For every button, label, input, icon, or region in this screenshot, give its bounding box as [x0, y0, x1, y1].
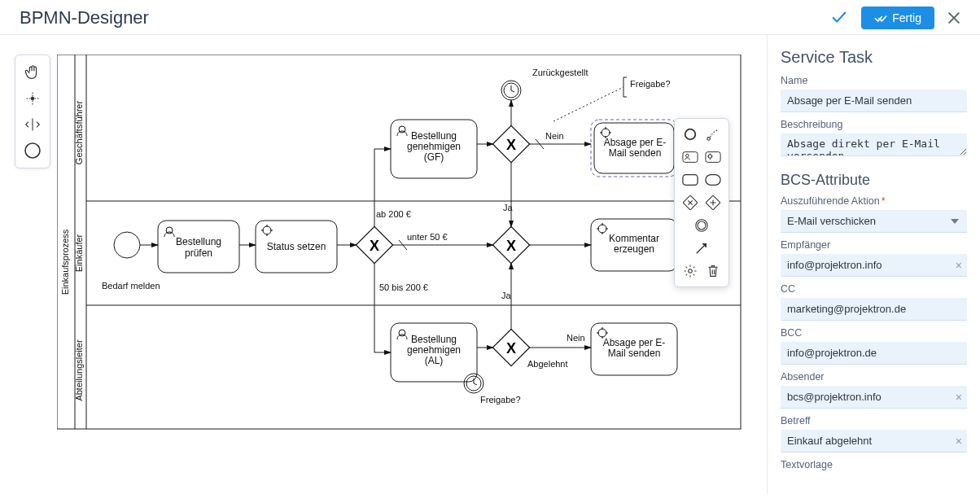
svg-text:Kommentarerzeugen: Kommentarerzeugen — [609, 233, 659, 255]
timer-boundary-gf[interactable] — [501, 81, 521, 100]
diagram-canvas[interactable]: Einkaufsprozess Geschäftsführer Einkäufe… — [0, 35, 767, 494]
pad-user-task-icon[interactable] — [681, 148, 699, 166]
svg-line-41 — [553, 87, 623, 121]
lane-label: Einkäufer — [74, 234, 84, 272]
svg-text:ab 200 €: ab 200 € — [376, 209, 411, 219]
svg-text:Zurückgestellt: Zurückgestellt — [532, 68, 588, 77]
svg-rect-7 — [706, 152, 720, 163]
pad-arrow-icon[interactable] — [681, 239, 722, 257]
action-select[interactable] — [781, 210, 967, 233]
svg-text:X: X — [370, 238, 379, 254]
task-absage-gf-selected[interactable]: Absage per E-Mail senden — [591, 120, 677, 177]
pad-task-square-icon[interactable] — [704, 171, 722, 189]
validate-icon[interactable] — [830, 8, 848, 28]
svg-text:Ja: Ja — [501, 291, 512, 300]
context-pad — [674, 118, 729, 287]
desc-label: Beschreibung — [781, 119, 967, 130]
cc-input[interactable] — [781, 298, 967, 321]
svg-point-14 — [698, 221, 706, 230]
svg-text:Ja: Ja — [503, 203, 514, 212]
svg-text:Nein: Nein — [567, 333, 585, 343]
clear-subject-icon[interactable]: × — [956, 435, 962, 448]
lane-label: Geschäftsführer — [74, 101, 84, 165]
bpmn-diagram[interactable]: Einkaufsprozess Geschäftsführer Einkäufe… — [57, 55, 749, 452]
pad-gateway-plus-icon[interactable] — [704, 194, 722, 212]
subject-input[interactable] — [781, 430, 967, 453]
svg-point-2 — [25, 143, 40, 158]
svg-text:X: X — [506, 238, 516, 254]
pad-gateway-x-icon[interactable] — [681, 194, 699, 212]
gateway-merge[interactable]: X — [492, 226, 529, 263]
svg-point-0 — [31, 97, 33, 99]
svg-rect-10 — [706, 175, 720, 186]
gateway-amount-split[interactable]: X — [356, 226, 392, 263]
page-title: BPMN-Designer — [20, 7, 149, 28]
attributes-title: BCS-Attribute — [781, 172, 967, 189]
gateway-gf-decision[interactable]: X — [492, 125, 529, 162]
hand-tool-icon[interactable] — [20, 60, 45, 85]
svg-point-6 — [686, 154, 689, 157]
svg-rect-9 — [683, 175, 698, 186]
gateway-al-decision[interactable]: X — [492, 329, 529, 365]
svg-text:Absage per E-Mail senden: Absage per E-Mail senden — [604, 137, 667, 159]
task-absage-al[interactable]: Absage per E-Mail senden — [591, 323, 677, 375]
cc-label: CC — [781, 283, 967, 295]
annotation-freigabe-gf[interactable]: Freigabe? — [553, 77, 671, 121]
pad-task-rounded-icon[interactable] — [681, 171, 699, 189]
pad-service-task-icon[interactable] — [704, 148, 722, 166]
task-kommentar[interactable]: Kommentarerzeugen — [591, 219, 677, 271]
pad-intermediate-event-icon[interactable] — [681, 217, 722, 234]
task-genehmigen-al[interactable]: Bestellunggenehmigen(AL) — [391, 323, 477, 382]
done-button[interactable]: Fertig — [861, 7, 934, 29]
svg-text:X: X — [506, 137, 516, 153]
subject-label: Betreff — [781, 415, 967, 426]
tool-palette — [15, 55, 50, 168]
pad-wrench-icon[interactable] — [681, 262, 699, 280]
bcc-label: BCC — [781, 327, 967, 339]
app-header: BPMN-Designer Fertig — [0, 0, 980, 35]
sender-input[interactable] — [781, 386, 967, 409]
sender-label: Absender — [781, 371, 967, 383]
svg-rect-5 — [683, 152, 698, 163]
template-label: Textvorlage — [781, 459, 967, 470]
recipient-label: Empfänger — [781, 239, 967, 251]
svg-point-3 — [685, 129, 696, 140]
pad-end-event-icon[interactable] — [681, 125, 699, 143]
task-genehmigen-gf[interactable]: Bestellunggenehmigen(GF) — [391, 120, 477, 178]
task-status-setzen[interactable]: Status setzen — [256, 221, 337, 273]
close-icon[interactable] — [947, 11, 960, 24]
name-input[interactable] — [781, 90, 967, 112]
desc-input[interactable] — [781, 133, 967, 156]
start-event-tool-icon[interactable] — [20, 138, 45, 163]
svg-text:50 bis 200 €: 50 bis 200 € — [379, 282, 428, 292]
clear-recipient-icon[interactable]: × — [956, 259, 962, 272]
name-label: Name — [781, 75, 967, 86]
svg-text:X: X — [506, 340, 516, 356]
clear-sender-icon[interactable]: × — [956, 391, 962, 404]
lane-label: Abteilungsleiter — [74, 339, 84, 401]
pool-label: Einkaufsprozess — [60, 229, 70, 295]
recipient-input[interactable] — [781, 254, 967, 277]
task-bestellung-pruefen[interactable]: Bestellungprüfen — [158, 221, 239, 273]
panel-title: Service Task — [781, 48, 967, 67]
svg-point-4 — [707, 138, 711, 141]
svg-text:Nein: Nein — [545, 131, 564, 141]
pad-connect-icon[interactable] — [704, 125, 722, 143]
space-tool-icon[interactable] — [20, 112, 45, 137]
svg-text:unter 50 €: unter 50 € — [407, 232, 448, 242]
svg-text:Status setzen: Status setzen — [267, 241, 326, 252]
action-label: Auszuführende Aktion* — [781, 195, 967, 207]
svg-point-15 — [689, 269, 693, 273]
lasso-tool-icon[interactable] — [20, 86, 45, 111]
svg-text:Absage per E-Mail senden: Absage per E-Mail senden — [603, 337, 666, 359]
start-event[interactable] — [114, 232, 140, 258]
annotation-freigabe-al: Freigabe? — [480, 395, 521, 405]
svg-text:Abgelehnt: Abgelehnt — [527, 359, 568, 369]
start-event-label: Bedarf melden — [102, 281, 160, 291]
svg-text:Freigabe?: Freigabe? — [630, 79, 671, 89]
bcc-input[interactable] — [781, 342, 967, 365]
properties-panel: Service Task Name Beschreibung BCS-Attri… — [767, 35, 980, 494]
pad-trash-icon[interactable] — [704, 262, 722, 280]
